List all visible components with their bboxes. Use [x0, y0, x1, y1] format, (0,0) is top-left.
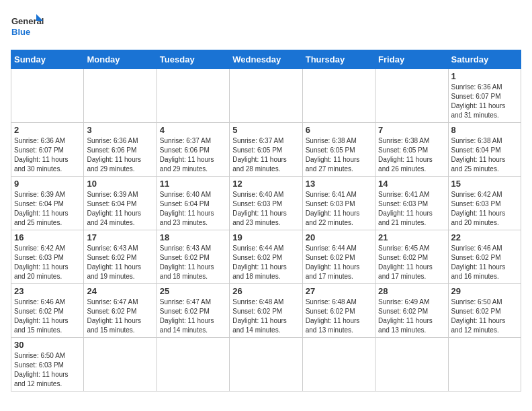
page-header: General Blue: [11, 11, 521, 44]
day-info: Sunrise: 6:46 AM Sunset: 6:02 PM Dayligh…: [14, 298, 81, 335]
day-number: 25: [160, 286, 226, 296]
calendar-week-row: 16Sunrise: 6:42 AM Sunset: 6:03 PM Dayli…: [11, 230, 521, 284]
day-info: Sunrise: 6:44 AM Sunset: 6:02 PM Dayligh…: [232, 244, 299, 281]
day-header-friday: Friday: [375, 50, 448, 69]
calendar-cell: 30Sunrise: 6:50 AM Sunset: 6:03 PM Dayli…: [11, 338, 84, 392]
day-number: 19: [232, 232, 299, 242]
calendar-cell: 16Sunrise: 6:42 AM Sunset: 6:03 PM Dayli…: [11, 230, 84, 284]
calendar-cell: 28Sunrise: 6:49 AM Sunset: 6:02 PM Dayli…: [375, 284, 448, 338]
day-number: 10: [87, 179, 153, 189]
day-number: 30: [14, 340, 81, 350]
day-number: 9: [14, 179, 81, 189]
calendar-cell: [302, 69, 375, 123]
calendar-cell: [157, 69, 229, 123]
day-info: Sunrise: 6:39 AM Sunset: 6:04 PM Dayligh…: [87, 190, 153, 228]
calendar-cell: 29Sunrise: 6:50 AM Sunset: 6:02 PM Dayli…: [448, 284, 521, 338]
calendar-cell: 12Sunrise: 6:40 AM Sunset: 6:03 PM Dayli…: [230, 177, 302, 230]
day-info: Sunrise: 6:38 AM Sunset: 6:04 PM Dayligh…: [451, 136, 518, 174]
calendar-week-row: 1Sunrise: 6:36 AM Sunset: 6:07 PM Daylig…: [11, 69, 521, 123]
day-number: 3: [87, 125, 153, 135]
day-info: Sunrise: 6:36 AM Sunset: 6:07 PM Dayligh…: [451, 83, 518, 120]
day-info: Sunrise: 6:41 AM Sunset: 6:03 PM Dayligh…: [378, 190, 445, 228]
day-number: 18: [160, 232, 226, 242]
day-info: Sunrise: 6:43 AM Sunset: 6:02 PM Dayligh…: [160, 244, 226, 281]
day-number: 17: [87, 232, 153, 242]
svg-text:Blue: Blue: [11, 27, 30, 37]
calendar-cell: 22Sunrise: 6:46 AM Sunset: 6:02 PM Dayli…: [448, 230, 521, 284]
calendar-cell: [375, 338, 448, 392]
day-info: Sunrise: 6:36 AM Sunset: 6:06 PM Dayligh…: [87, 136, 153, 174]
day-header-tuesday: Tuesday: [157, 50, 229, 69]
calendar-cell: 9Sunrise: 6:39 AM Sunset: 6:04 PM Daylig…: [11, 177, 84, 230]
day-number: 4: [160, 125, 226, 135]
day-number: 26: [232, 286, 299, 296]
day-header-saturday: Saturday: [448, 50, 521, 69]
day-number: 7: [378, 125, 445, 135]
calendar-cell: 4Sunrise: 6:37 AM Sunset: 6:06 PM Daylig…: [157, 123, 229, 177]
day-info: Sunrise: 6:48 AM Sunset: 6:02 PM Dayligh…: [232, 298, 299, 335]
day-number: 28: [378, 286, 445, 296]
calendar-cell: 2Sunrise: 6:36 AM Sunset: 6:07 PM Daylig…: [11, 123, 84, 177]
calendar-cell: [230, 338, 302, 392]
day-info: Sunrise: 6:44 AM Sunset: 6:02 PM Dayligh…: [306, 244, 372, 281]
day-info: Sunrise: 6:40 AM Sunset: 6:04 PM Dayligh…: [160, 190, 226, 228]
day-info: Sunrise: 6:39 AM Sunset: 6:04 PM Dayligh…: [14, 190, 81, 228]
day-info: Sunrise: 6:42 AM Sunset: 6:03 PM Dayligh…: [451, 190, 518, 228]
day-header-sunday: Sunday: [11, 50, 84, 69]
calendar-cell: 15Sunrise: 6:42 AM Sunset: 6:03 PM Dayli…: [448, 177, 521, 230]
calendar-cell: 14Sunrise: 6:41 AM Sunset: 6:03 PM Dayli…: [375, 177, 448, 230]
calendar-header-row: SundayMondayTuesdayWednesdayThursdayFrid…: [11, 50, 521, 69]
day-header-wednesday: Wednesday: [230, 50, 302, 69]
calendar-week-row: 23Sunrise: 6:46 AM Sunset: 6:02 PM Dayli…: [11, 284, 521, 338]
day-info: Sunrise: 6:36 AM Sunset: 6:07 PM Dayligh…: [14, 136, 81, 174]
day-number: 20: [306, 232, 372, 242]
day-number: 13: [306, 179, 372, 189]
logo: General Blue: [11, 11, 44, 44]
day-info: Sunrise: 6:47 AM Sunset: 6:02 PM Dayligh…: [87, 298, 153, 335]
day-info: Sunrise: 6:49 AM Sunset: 6:02 PM Dayligh…: [378, 298, 445, 335]
calendar-cell: 25Sunrise: 6:47 AM Sunset: 6:02 PM Dayli…: [157, 284, 229, 338]
day-number: 22: [451, 232, 518, 242]
day-number: 27: [306, 286, 372, 296]
calendar-week-row: 9Sunrise: 6:39 AM Sunset: 6:04 PM Daylig…: [11, 177, 521, 230]
calendar-cell: 3Sunrise: 6:36 AM Sunset: 6:06 PM Daylig…: [84, 123, 157, 177]
day-number: 29: [451, 286, 518, 296]
calendar-week-row: 2Sunrise: 6:36 AM Sunset: 6:07 PM Daylig…: [11, 123, 521, 177]
day-info: Sunrise: 6:37 AM Sunset: 6:05 PM Dayligh…: [232, 136, 299, 174]
day-number: 21: [378, 232, 445, 242]
calendar-cell: [448, 338, 521, 392]
day-info: Sunrise: 6:43 AM Sunset: 6:02 PM Dayligh…: [87, 244, 153, 281]
day-number: 6: [306, 125, 372, 135]
day-info: Sunrise: 6:50 AM Sunset: 6:02 PM Dayligh…: [451, 298, 518, 335]
day-number: 16: [14, 232, 81, 242]
day-number: 23: [14, 286, 81, 296]
calendar-cell: 7Sunrise: 6:38 AM Sunset: 6:05 PM Daylig…: [375, 123, 448, 177]
day-info: Sunrise: 6:37 AM Sunset: 6:06 PM Dayligh…: [160, 136, 226, 174]
calendar-cell: 6Sunrise: 6:38 AM Sunset: 6:05 PM Daylig…: [302, 123, 375, 177]
calendar-cell: 19Sunrise: 6:44 AM Sunset: 6:02 PM Dayli…: [230, 230, 302, 284]
day-number: 8: [451, 125, 518, 135]
day-info: Sunrise: 6:47 AM Sunset: 6:02 PM Dayligh…: [160, 298, 226, 335]
calendar-table: SundayMondayTuesdayWednesdayThursdayFrid…: [11, 50, 521, 392]
calendar-cell: 24Sunrise: 6:47 AM Sunset: 6:02 PM Dayli…: [84, 284, 157, 338]
day-number: 1: [451, 71, 518, 81]
calendar-cell: 26Sunrise: 6:48 AM Sunset: 6:02 PM Dayli…: [230, 284, 302, 338]
day-number: 12: [232, 179, 299, 189]
calendar-cell: 11Sunrise: 6:40 AM Sunset: 6:04 PM Dayli…: [157, 177, 229, 230]
calendar-cell: 13Sunrise: 6:41 AM Sunset: 6:03 PM Dayli…: [302, 177, 375, 230]
calendar-cell: 18Sunrise: 6:43 AM Sunset: 6:02 PM Dayli…: [157, 230, 229, 284]
day-number: 15: [451, 179, 518, 189]
calendar-cell: 10Sunrise: 6:39 AM Sunset: 6:04 PM Dayli…: [84, 177, 157, 230]
calendar-cell: 17Sunrise: 6:43 AM Sunset: 6:02 PM Dayli…: [84, 230, 157, 284]
calendar-cell: 21Sunrise: 6:45 AM Sunset: 6:02 PM Dayli…: [375, 230, 448, 284]
day-header-monday: Monday: [84, 50, 157, 69]
calendar-cell: 27Sunrise: 6:48 AM Sunset: 6:02 PM Dayli…: [302, 284, 375, 338]
day-info: Sunrise: 6:38 AM Sunset: 6:05 PM Dayligh…: [306, 136, 372, 174]
calendar-cell: 23Sunrise: 6:46 AM Sunset: 6:02 PM Dayli…: [11, 284, 84, 338]
day-info: Sunrise: 6:48 AM Sunset: 6:02 PM Dayligh…: [306, 298, 372, 335]
logo-svg: General Blue: [11, 11, 44, 44]
day-number: 2: [14, 125, 81, 135]
calendar-cell: 1Sunrise: 6:36 AM Sunset: 6:07 PM Daylig…: [448, 69, 521, 123]
day-number: 11: [160, 179, 226, 189]
calendar-cell: 8Sunrise: 6:38 AM Sunset: 6:04 PM Daylig…: [448, 123, 521, 177]
